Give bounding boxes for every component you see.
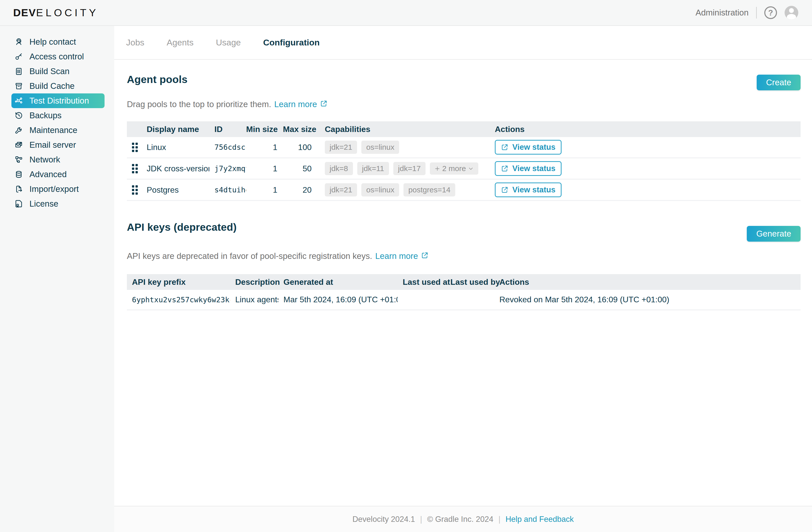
sidebar-item-network[interactable]: Network xyxy=(11,152,104,167)
col-capabilities: Capabilities xyxy=(317,121,495,137)
agent-pools-title: Agent pools xyxy=(127,74,188,86)
sidebar-item-license[interactable]: License xyxy=(11,197,104,211)
generate-key-button[interactable]: Generate xyxy=(747,226,801,242)
logo-bold-text: DEV xyxy=(13,7,36,19)
tab-agents[interactable]: Agents xyxy=(167,38,193,47)
network-icon xyxy=(14,155,24,164)
sidebar-item-backups[interactable]: Backups xyxy=(11,108,104,123)
agent-pools-table-header: Display name ID Min size Max size Capabi… xyxy=(127,121,801,137)
page-footer: Develocity 2024.1 | © Gradle Inc. 2024 |… xyxy=(114,506,812,532)
capabilities-list: jdk=8jdk=11jdk=172 more xyxy=(325,162,495,175)
capabilities-list: jdk=21os=linux xyxy=(325,141,495,154)
sidebar-item-help-contact[interactable]: Help contact xyxy=(11,34,104,49)
view-status-button[interactable]: View status xyxy=(495,161,562,176)
capability-chip: jdk=21 xyxy=(325,183,357,197)
help-circle-icon[interactable]: ? xyxy=(764,6,777,19)
view-status-button[interactable]: View status xyxy=(495,183,562,197)
capability-chip: os=linux xyxy=(361,183,399,197)
footer-divider: | xyxy=(420,515,422,524)
api-keys-table-header: API key prefix Description Generated at … xyxy=(127,274,801,290)
col-display-name: Display name xyxy=(142,121,209,137)
footer-product-version: Develocity 2024.1 xyxy=(352,515,415,524)
tab-usage[interactable]: Usage xyxy=(216,38,241,47)
help-contact-icon xyxy=(14,37,24,47)
pool-display-name: Postgres xyxy=(142,180,209,201)
more-capabilities-chip[interactable]: 2 more xyxy=(430,162,478,175)
col-last-used-by: Last used by xyxy=(445,274,494,290)
col-drag xyxy=(127,121,142,137)
help-and-feedback-link[interactable]: Help and Feedback xyxy=(506,515,574,524)
sidebar-item-email-server[interactable]: Email server xyxy=(11,138,104,152)
pool-display-name: Linux xyxy=(142,137,209,158)
agent-pool-row: Postgres s4dtuihe 1 20 jdk=21os=linuxpos… xyxy=(127,180,801,201)
footer-divider: | xyxy=(498,515,501,524)
header-divider xyxy=(756,7,757,18)
sidebar-item-import-export[interactable]: Import/export xyxy=(11,182,104,197)
header-actions: Administration ? xyxy=(696,6,798,19)
agent-pool-row: Linux 756cdscc 1 100 jdk=21os=linux View… xyxy=(127,137,801,158)
capability-chip: jdk=8 xyxy=(325,162,353,175)
api-keys-table: API key prefix Description Generated at … xyxy=(127,274,801,311)
sidebar-item-access-control[interactable]: Access control xyxy=(11,49,104,64)
main-content: JobsAgentsUsageConfiguration Agent pools… xyxy=(114,26,812,532)
tab-jobs[interactable]: Jobs xyxy=(126,38,144,47)
col-api-key-prefix: API key prefix xyxy=(127,274,230,290)
api-key-last-used-at xyxy=(397,290,445,311)
build-cache-icon xyxy=(14,81,24,91)
external-link-icon xyxy=(320,99,328,110)
external-link-icon xyxy=(421,251,429,261)
maintenance-icon xyxy=(14,125,24,135)
pool-max-size: 50 xyxy=(283,158,317,180)
col-key-actions: Actions xyxy=(494,274,801,290)
drag-handle-icon[interactable] xyxy=(132,143,138,152)
agent-pool-row: JDK cross-version j7y2xmqt 1 50 jdk=8jdk… xyxy=(127,158,801,180)
sidebar-item-test-distribution[interactable]: Test Distribution xyxy=(11,94,104,108)
col-generated-at: Generated at xyxy=(278,274,397,290)
pool-min-size: 1 xyxy=(246,137,283,158)
sidebar-item-maintenance[interactable]: Maintenance xyxy=(11,123,104,138)
api-keys-learn-more-link[interactable]: Learn more xyxy=(375,251,429,261)
api-key-revoked-status: Revoked on Mar 5th 2024, 16:09 (UTC +01:… xyxy=(494,290,801,311)
api-key-last-used-by xyxy=(445,290,494,311)
backups-icon xyxy=(14,111,24,120)
create-pool-button[interactable]: Create xyxy=(757,75,801,90)
capability-chip: postgres=14 xyxy=(404,183,455,197)
api-key-generated-at: Mar 5th 2024, 16:09 (UTC +01:00) xyxy=(278,290,397,311)
api-keys-title: API keys (deprecated) xyxy=(127,221,237,233)
build-scan-icon xyxy=(14,67,24,76)
col-max-size: Max size xyxy=(283,121,317,137)
drag-handle-icon[interactable] xyxy=(132,185,138,195)
logo-light-text: ELOCITY xyxy=(36,7,98,19)
sidebar-item-build-cache[interactable]: Build Cache xyxy=(11,79,104,94)
pool-max-size: 20 xyxy=(283,180,317,201)
api-key-row: 6yphtxu2vs257cwky6w23kcwv3 Linux agents … xyxy=(127,290,801,311)
test-distribution-tabs: JobsAgentsUsageConfiguration xyxy=(114,26,812,60)
tab-configuration[interactable]: Configuration xyxy=(263,38,320,47)
admin-sidebar: Help contact Access control Build Scan B… xyxy=(0,26,114,532)
import-export-icon xyxy=(14,184,24,194)
col-actions: Actions xyxy=(495,121,801,137)
administration-link[interactable]: Administration xyxy=(696,8,749,17)
pool-id: j7y2xmqt xyxy=(209,158,246,180)
pool-id: s4dtuihe xyxy=(209,180,246,201)
agent-pools-learn-more-link[interactable]: Learn more xyxy=(274,99,328,110)
api-key-prefix: 6yphtxu2vs257cwky6w23kcwv3 xyxy=(127,290,230,311)
col-id: ID xyxy=(209,121,246,137)
view-status-button[interactable]: View status xyxy=(495,140,562,155)
advanced-icon xyxy=(14,170,24,179)
pool-id: 756cdscc xyxy=(209,137,246,158)
drag-handle-icon[interactable] xyxy=(132,164,138,173)
sidebar-item-build-scan[interactable]: Build Scan xyxy=(11,64,104,79)
sidebar-item-advanced[interactable]: Advanced xyxy=(11,167,104,182)
col-min-size: Min size xyxy=(246,121,283,137)
pool-max-size: 100 xyxy=(283,137,317,158)
top-header: DEVELOCITY Administration ? xyxy=(0,0,812,26)
capability-chip: jdk=11 xyxy=(357,162,389,175)
col-last-used-at: Last used at xyxy=(397,274,445,290)
capability-chip: jdk=17 xyxy=(393,162,425,175)
pool-min-size: 1 xyxy=(246,180,283,201)
user-avatar[interactable] xyxy=(785,6,798,19)
agent-pools-table: Display name ID Min size Max size Capabi… xyxy=(127,121,801,201)
email-server-icon xyxy=(14,140,24,150)
capability-chip: jdk=21 xyxy=(325,141,357,154)
